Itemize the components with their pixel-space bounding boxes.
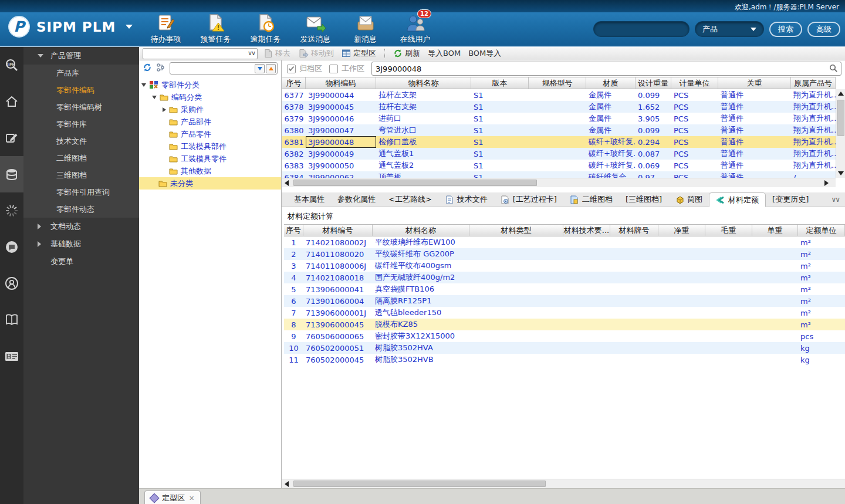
scroll-down-icon[interactable] — [838, 171, 844, 175]
table-row-5[interactable]: 5713906000041真空袋膜FTB106m² — [284, 283, 845, 295]
table-row-11[interactable]: 11760502000045树脂胶3502HVBkg — [284, 354, 845, 366]
chat-icon[interactable] — [0, 229, 23, 265]
chevron-right-icon[interactable] — [38, 241, 41, 247]
brand-dropdown-icon[interactable] — [126, 25, 133, 29]
scroll-left-icon[interactable] — [285, 481, 289, 487]
tree-node-编码分类[interactable]: 编码分类 — [139, 91, 281, 103]
detail-tab-[工艺过程卡][interactable]: [工艺过程卡] — [494, 192, 563, 207]
table-row-6380[interactable]: 63803J99000047弯管进水口S1金属件0.099PCS普通件翔为直升机… — [282, 124, 836, 136]
chevron-down-icon[interactable] — [38, 54, 43, 57]
column-header-材质[interactable]: 材质 — [586, 77, 636, 89]
advanced-search-button[interactable]: 高级 — [807, 22, 840, 37]
sidebar-item-零部件动态[interactable]: 零部件动态 — [23, 201, 139, 218]
quick-action-warning-task[interactable]: ! 预警任务 — [191, 13, 241, 45]
sidebar-item-零部件引用查询[interactable]: 零部件引用查询 — [23, 184, 139, 201]
table-row-3[interactable]: 3714011080006J碳纤维平纹布400gsmm² — [284, 260, 845, 272]
sidebar-item-零部件编码[interactable]: 零部件编码 — [23, 82, 139, 99]
column-header-计量单位[interactable]: 计量单位 — [671, 77, 718, 89]
column-header-毛重[interactable]: 毛重 — [705, 225, 752, 236]
scroll-up-icon[interactable] — [838, 92, 844, 96]
table-row-6381[interactable]: 63813J99000048检修口盖板S1碳纤+玻纤复...0.294PCS普通… — [282, 136, 836, 148]
table-row-6[interactable]: 6713901060004隔离膜RF125P1m² — [284, 295, 845, 307]
global-search-input[interactable] — [593, 21, 689, 37]
sidebar-item-技术文件[interactable]: 技术文件 — [23, 133, 139, 150]
search-category-select[interactable]: 产品 — [695, 21, 764, 37]
sidebar-group-产品管理[interactable]: 产品管理 — [23, 47, 139, 65]
search-button[interactable]: 搜索 — [769, 22, 802, 37]
table-row-2[interactable]: 2714011080020平纹碳纤维布 GG200Pm² — [284, 248, 845, 260]
quick-action-send-message[interactable]: 发送消息 — [290, 13, 340, 45]
refresh-tree-icon[interactable] — [143, 63, 152, 74]
brand[interactable]: P SIPM PLM — [8, 16, 133, 38]
column-header-材料类型[interactable]: 材料类型 — [469, 225, 563, 236]
column-header-版本[interactable]: 版本 — [471, 77, 529, 89]
search-up-button[interactable] — [266, 64, 276, 73]
bottom-tab-dingxingqu[interactable]: 定型区 ✕ — [144, 491, 201, 504]
workarea-checkbox[interactable] — [329, 65, 338, 73]
tree-collapse-icon[interactable] — [141, 83, 146, 87]
column-header-序号[interactable]: 序号 — [284, 225, 303, 236]
quick-action-new-message[interactable]: 新消息 — [340, 13, 390, 45]
tree-node-未分类[interactable]: 未分类 — [139, 177, 281, 190]
column-header-材料技术要...[interactable]: 材料技术要... — [563, 225, 610, 236]
search-down-button[interactable] — [255, 64, 265, 73]
column-header-净重[interactable]: 净重 — [658, 225, 705, 236]
close-tab-icon[interactable]: ✕ — [189, 495, 194, 502]
sidebar-item-零部件库[interactable]: 零部件库 — [23, 116, 139, 133]
tree-node-工装模具部件[interactable]: 工装模具部件 — [139, 140, 281, 153]
edit-icon[interactable] — [0, 120, 23, 156]
column-header-序号[interactable]: 序号 — [282, 77, 306, 89]
table-row-7[interactable]: 7713906000001J透气毡bleeder150m² — [284, 307, 845, 319]
column-header-材料名称[interactable]: 材料名称 — [373, 225, 469, 236]
column-header-原属产品号[interactable]: 原属产品号 — [791, 77, 836, 89]
column-header-材料编号[interactable]: 材料编号 — [303, 225, 373, 236]
tree-node-工装模具零件[interactable]: 工装模具零件 — [139, 153, 281, 165]
table-row-6383[interactable]: 63833J99000050通气盖板2S1碳纤+玻纤复...0.069PCS普通… — [282, 160, 836, 171]
table-row-6377[interactable]: 63773J99000044拉杆左支架S1金属件0.099PCS普通件翔为直升机… — [282, 89, 836, 101]
sidebar-item-零部件编码树[interactable]: 零部件编码树 — [23, 99, 139, 116]
tree-node-产品零件[interactable]: 产品零件 — [139, 128, 281, 140]
magnifier-icon[interactable] — [829, 64, 838, 75]
material-horizontal-scrollbar[interactable] — [282, 479, 845, 488]
more-tabs-icon[interactable]: ∨∨ — [831, 195, 839, 204]
toolbar-button-BOM导入[interactable]: BOM导入 — [468, 48, 501, 59]
home-icon[interactable] — [0, 83, 23, 120]
sidebar-item-二维图档[interactable]: 二维图档 — [23, 150, 139, 167]
sidebar-group-文档动态[interactable]: 文档动态 — [23, 218, 139, 235]
column-header-物料名称[interactable]: 物料名称 — [376, 77, 471, 89]
tree-collapse-icon[interactable] — [152, 96, 157, 99]
member-icon[interactable] — [0, 265, 23, 302]
column-header-材料牌号[interactable]: 材料牌号 — [610, 225, 658, 236]
parts-search-input[interactable]: 3J99000048 — [371, 62, 841, 76]
tree-search-input[interactable] — [170, 62, 278, 75]
sidebar-item-产品库[interactable]: 产品库 — [23, 65, 139, 82]
detail-tab-<工艺路线>[interactable]: <工艺路线> — [382, 192, 438, 207]
contact-card-icon[interactable] — [0, 338, 23, 374]
tree-node-root[interactable]: 零部件分类 — [139, 79, 281, 91]
table-row-10[interactable]: 10760502000051树脂胶3502HVAkg — [284, 342, 845, 354]
archive-checkbox[interactable] — [287, 65, 296, 73]
toolbar-button-刷新[interactable]: 刷新 — [393, 48, 420, 59]
tree-node-采购件[interactable]: 采购件 — [139, 103, 281, 116]
detail-tab-技术文件[interactable]: 技术文件 — [438, 192, 494, 207]
scroll-thumb[interactable] — [837, 100, 844, 136]
quick-action-todo-list[interactable]: 待办事项 — [141, 13, 191, 45]
table-row-4[interactable]: 4714021080018国产无碱玻纤400g/m2m² — [284, 272, 845, 283]
sidebar-group-变更单[interactable]: 变更单 — [23, 253, 139, 270]
tree-expand-icon[interactable] — [163, 107, 166, 112]
detail-tab-简图[interactable]: 简图 — [668, 192, 709, 207]
parts-vertical-scrollbar[interactable] — [836, 89, 845, 178]
book-icon[interactable] — [0, 302, 23, 338]
column-header-关重[interactable]: 关重 — [718, 77, 791, 89]
quick-action-overdue-task[interactable]: 逾期任务 — [241, 13, 290, 45]
column-header-物料编码[interactable]: 物料编码 — [306, 77, 376, 89]
detail-tab-材料定额[interactable]: 材料定额 — [709, 192, 766, 207]
detail-tab-[三维图档][interactable]: [三维图档] — [619, 192, 668, 207]
table-row-6378[interactable]: 63783J99000045拉杆右支架S1金属件1.652PCS普通件翔为直升机… — [282, 101, 836, 113]
sidebar-item-三维图档[interactable]: 三维图档 — [23, 167, 139, 184]
toolbar-button-定型区[interactable]: 定型区 — [342, 48, 376, 59]
detail-tab-[变更历史][interactable]: [变更历史] — [766, 192, 815, 207]
table-row-6379[interactable]: 63793J99000046进药口S1金属件3.905PCS普通件翔为直升机..… — [282, 113, 836, 124]
column-header-设计重量[interactable]: 设计重量 — [636, 77, 671, 89]
column-header-单重[interactable]: 单重 — [752, 225, 798, 236]
